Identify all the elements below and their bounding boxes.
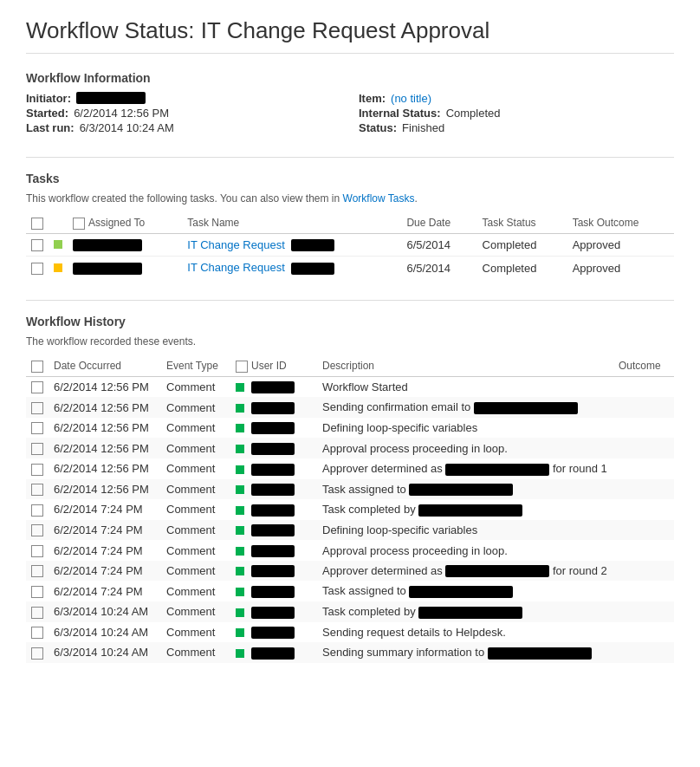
tasks-header-row: Assigned To Task Name Due Date Task Stat… (26, 213, 674, 233)
history-col-event: Event Type (161, 356, 230, 376)
history-row: 6/2/2014 12:56 PM Comment Approval proce… (26, 438, 674, 458)
history-select-all-checkbox[interactable] (31, 361, 43, 373)
history-date-cell: 6/2/2014 12:56 PM (49, 479, 161, 500)
task-row: IT Change Request 6/5/2014 Completed App… (26, 257, 674, 279)
tasks-col-assigned-to: Assigned To (68, 213, 182, 233)
history-userid-indicator (236, 424, 244, 432)
divider-2 (26, 300, 674, 301)
history-row-checkbox[interactable] (31, 647, 43, 660)
history-row: 6/3/2014 10:24 AM Comment Task completed… (26, 601, 674, 622)
initiator-label: Initiator: (26, 92, 71, 105)
history-section: Workflow History The workflow recorded t… (26, 315, 674, 663)
history-userid-cell (230, 540, 317, 561)
started-label: Started: (26, 107, 68, 120)
history-desc-redacted (409, 484, 513, 496)
task-assigned-cell (68, 257, 182, 279)
history-table-head: Date Occurred Event Type User ID Descrip… (26, 356, 674, 376)
history-col-outcome: Outcome (613, 356, 674, 376)
history-row-checkbox[interactable] (31, 443, 43, 455)
history-outcome-cell (613, 581, 674, 601)
history-row-checkbox[interactable] (31, 565, 43, 577)
history-row-checkbox[interactable] (31, 381, 43, 393)
history-col-date: Date Occurred (49, 356, 161, 376)
history-checkbox-cell (26, 520, 49, 541)
history-outcome-cell (613, 520, 674, 541)
history-desc-redacted (445, 464, 549, 476)
history-desc-cell: Workflow Started (317, 376, 613, 397)
history-checkbox-cell (26, 438, 49, 458)
task-checkbox[interactable] (31, 239, 43, 251)
internal-status-row: Internal Status: Completed (359, 107, 674, 120)
task-name-link[interactable]: IT Change Request (187, 238, 285, 251)
workflow-tasks-link[interactable]: Workflow Tasks (343, 192, 415, 205)
history-row-checkbox[interactable] (31, 545, 43, 557)
history-row: 6/2/2014 7:24 PM Comment Approval proces… (26, 540, 674, 561)
history-event-cell: Comment (161, 458, 230, 479)
task-due-date: 6/5/2014 (406, 262, 450, 275)
history-desc-cell: Task completed by (317, 499, 613, 520)
history-row-checkbox[interactable] (31, 402, 43, 414)
tasks-col-taskname: Task Name (182, 213, 401, 233)
history-desc-cell: Defining loop-specific variables (317, 418, 613, 439)
lastrun-label: Last run: (26, 121, 75, 134)
history-event-cell: Comment (161, 499, 230, 520)
history-date-cell: 6/2/2014 12:56 PM (49, 418, 161, 439)
history-event-type: Comment (166, 523, 215, 536)
history-date-cell: 6/2/2014 7:24 PM (49, 520, 161, 541)
history-userid-cell (230, 561, 317, 582)
initiator-row: Initiator: (26, 92, 341, 105)
history-header-row: Date Occurred Event Type User ID Descrip… (26, 356, 674, 376)
history-row-checkbox[interactable] (31, 586, 43, 598)
history-desc-cell: Approver determined as for round 2 (317, 561, 613, 582)
history-outcome-cell (613, 397, 674, 418)
status-label: Status: (359, 121, 397, 134)
tasks-assignedto-checkbox[interactable] (73, 218, 85, 230)
internal-status-label: Internal Status: (359, 107, 441, 120)
task-assignee-redacted (73, 239, 142, 251)
history-row-checkbox[interactable] (31, 627, 43, 639)
history-event-type: Comment (166, 646, 215, 659)
history-date-cell: 6/2/2014 7:24 PM (49, 499, 161, 520)
history-date-cell: 6/2/2014 7:24 PM (49, 561, 161, 582)
history-userid-indicator (236, 404, 244, 413)
history-row-checkbox[interactable] (31, 484, 43, 496)
workflow-info-right: Item: (no title) Internal Status: Comple… (359, 92, 674, 136)
history-userid-redacted (251, 524, 295, 536)
history-outcome-cell (613, 642, 674, 663)
history-desc-cell: Approver determined as for round 1 (317, 458, 613, 479)
item-value[interactable]: (no title) (391, 92, 431, 105)
task-name-link[interactable]: IT Change Request (187, 261, 285, 274)
history-checkbox-cell (26, 581, 49, 601)
history-desc-cell: Approval process proceeding in loop. (317, 438, 613, 458)
history-checkbox-cell (26, 540, 49, 561)
history-event-type: Comment (166, 605, 215, 618)
history-userid-indicator (236, 445, 244, 453)
history-userid-checkbox[interactable] (236, 361, 248, 373)
history-desc-cell: Task assigned to (317, 479, 613, 500)
history-outcome-cell (613, 622, 674, 643)
tasks-table-head: Assigned To Task Name Due Date Task Stat… (26, 213, 674, 233)
history-row-checkbox[interactable] (31, 504, 43, 517)
history-row-checkbox[interactable] (31, 464, 43, 476)
history-userid-redacted (251, 586, 295, 598)
history-row-checkbox[interactable] (31, 524, 43, 536)
history-userid-redacted (251, 545, 295, 557)
history-row-checkbox[interactable] (31, 607, 43, 619)
history-date: 6/2/2014 7:24 PM (54, 564, 143, 577)
history-event-cell: Comment (161, 540, 230, 561)
history-checkbox-cell (26, 479, 49, 500)
history-event-cell: Comment (161, 520, 230, 541)
history-date: 6/3/2014 10:24 AM (54, 626, 148, 639)
history-userid-indicator (236, 628, 244, 637)
tasks-note-text: This workflow created the following task… (26, 192, 343, 205)
history-checkbox-cell (26, 499, 49, 520)
history-event-cell: Comment (161, 438, 230, 458)
tasks-table: Assigned To Task Name Due Date Task Stat… (26, 213, 674, 279)
history-row-checkbox[interactable] (31, 422, 43, 434)
history-event-type: Comment (166, 483, 215, 496)
task-assigned-cell (68, 233, 182, 257)
history-event-cell: Comment (161, 418, 230, 439)
tasks-select-all-checkbox[interactable] (31, 218, 43, 230)
history-event-cell: Comment (161, 376, 230, 397)
task-checkbox[interactable] (31, 263, 43, 275)
